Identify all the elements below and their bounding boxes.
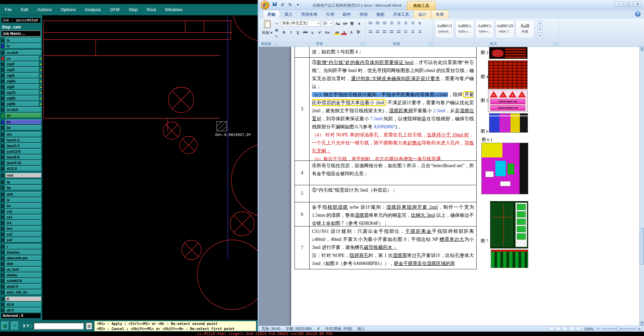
- layer-button-auto_chk_pn[interactable]: auto_chk_pn: [5, 290, 42, 295]
- print-layout-view-button[interactable]: [549, 327, 554, 331]
- layer-color-swatch[interactable]: [1, 181, 4, 184]
- tab-视图[interactable]: 视图: [372, 10, 389, 19]
- row-text-cell[interactable]: ⑤“内引线”线宽设计为 5mil（补偿后）；: [310, 185, 476, 202]
- style-标题[interactable]: AaB标题: [516, 20, 534, 38]
- layer-color-swatch[interactable]: [1, 103, 4, 106]
- layer-color-swatch[interactable]: [1, 167, 4, 171]
- layer-color-swatch[interactable]: [1, 245, 4, 249]
- layer-button-drill[interactable]: drill: [5, 192, 42, 197]
- menu-actions[interactable]: Actions: [37, 7, 52, 12]
- menu-options[interactable]: Options: [61, 7, 76, 12]
- layer-color-swatch[interactable]: [1, 268, 4, 271]
- layer-button-sig4t[interactable]: sig4t: [5, 73, 39, 78]
- layer-color-swatch[interactable]: [1, 80, 4, 83]
- font-dialog-launcher[interactable]: ↘: [361, 42, 364, 46]
- figure-6-image[interactable]: [489, 113, 528, 133]
- tab-审阅[interactable]: 审阅: [355, 10, 372, 19]
- layer-button-cs.etch[interactable]: cs.etch: [5, 50, 42, 55]
- layer-color-swatch[interactable]: [1, 227, 4, 230]
- layer-color-swatch[interactable]: [1, 85, 4, 89]
- layer-color-swatch[interactable]: [1, 144, 4, 148]
- layer-color-swatch[interactable]: [1, 257, 4, 260]
- grid-toggle-button[interactable]: ▦: [1, 322, 9, 330]
- crosshair-toggle-button[interactable]: +: [11, 322, 19, 330]
- scrollbar-thumb[interactable]: [640, 228, 644, 265]
- layer-color-swatch[interactable]: [1, 186, 4, 190]
- layer-button-dr1[interactable]: dr1: [5, 132, 42, 137]
- layer-button-laser2-3[interactable]: laser2-3: [5, 143, 42, 148]
- gallery-more-button[interactable]: ▼: [538, 33, 543, 39]
- maximize-button[interactable]: □: [624, 2, 633, 7]
- layer-button-cs1[interactable]: cs1: [5, 209, 42, 214]
- superscript-button[interactable]: x²: [317, 29, 323, 35]
- layer-button-sig3t[interactable]: sig3t: [5, 67, 39, 72]
- layer-color-swatch[interactable]: [1, 91, 4, 94]
- layer-button-sig6t[interactable]: sig6t: [5, 84, 39, 89]
- fullscreen-reading-view-button[interactable]: [556, 327, 561, 331]
- layer-button-sig9b[interactable]: sig9b: [5, 102, 39, 107]
- shrink-font-button[interactable]: A▾: [341, 20, 348, 26]
- layer-button-dwk[interactable]: dwk: [5, 261, 42, 266]
- show-marks-button[interactable]: ¶: [417, 20, 423, 26]
- layer-color-swatch[interactable]: [1, 221, 4, 225]
- layer-button-cs[interactable]: cs: [5, 56, 39, 61]
- save-button[interactable]: [272, 2, 277, 7]
- figure-5-image[interactable]: AAAA Select layer net Select board net: [488, 90, 528, 112]
- borders-button[interactable]: [417, 29, 423, 35]
- cam-canvas[interactable]: DX=-0.0024947,DY: [42, 15, 258, 320]
- layer-color-swatch[interactable]: [1, 233, 4, 236]
- clear-formatting-button[interactable]: A: [356, 20, 362, 26]
- layer-button-tp[interactable]: tp: [5, 180, 42, 185]
- sort-button[interactable]: [410, 20, 416, 26]
- layer-color-swatch[interactable]: [1, 204, 4, 208]
- layer-button-dwk2-9[interactable]: dwk2-9: [5, 284, 42, 289]
- layer-color-swatch[interactable]: [1, 45, 4, 48]
- tab-开始[interactable]: 开始: [263, 10, 280, 19]
- layer-button-dr12-9[interactable]: dr12-9: [5, 166, 42, 171]
- layer-color-swatch[interactable]: [1, 156, 4, 159]
- zoom-slider[interactable]: [601, 328, 636, 329]
- layer-color-swatch[interactable]: [1, 193, 4, 196]
- bullets-button[interactable]: [367, 20, 374, 26]
- layer-color-swatch[interactable]: [1, 210, 4, 213]
- row-text-cell[interactable]: ④所有引线拉完后，应做网络分析，如右图 5 所示，点击“SelectBoard …: [310, 161, 476, 185]
- layer-button-bs[interactable]: bs: [5, 120, 42, 125]
- web-layout-view-button[interactable]: [562, 327, 568, 331]
- underline-button[interactable]: U: [295, 29, 301, 35]
- word-count[interactable]: 字数: 28/20,989: [286, 326, 312, 331]
- character-border-button[interactable]: A: [348, 29, 354, 35]
- layer-color-swatch[interactable]: [1, 216, 4, 219]
- tab-布局[interactable]: 布局: [431, 10, 448, 19]
- tab-页面布局[interactable]: 页面布局: [297, 10, 322, 19]
- tab-邮件[interactable]: 邮件: [338, 10, 355, 19]
- figure-4-image[interactable]: [488, 60, 528, 89]
- help-button[interactable]: ?: [635, 11, 641, 17]
- clipboard-dialog-launcher[interactable]: ↘: [274, 42, 278, 46]
- menu-analysis[interactable]: Analysis: [85, 7, 101, 12]
- font-name-combo[interactable]: 宋体 (中文正文)▾: [281, 20, 320, 26]
- layer-button-d2-9[interactable]: d2-9: [5, 308, 42, 312]
- options-mini-button[interactable]: ▥: [86, 323, 92, 330]
- proofing-status-icon[interactable]: ✗: [317, 327, 320, 331]
- styles-dialog-launcher[interactable]: ↘: [554, 42, 558, 46]
- layer-button-dwkby[interactable]: dwkby: [5, 273, 42, 278]
- draft-view-button[interactable]: [576, 327, 581, 331]
- qat-dropdown-button[interactable]: ▾: [295, 2, 301, 7]
- close-button[interactable]: ×: [633, 2, 642, 7]
- justify-button[interactable]: [388, 29, 395, 35]
- change-case-button[interactable]: Aa: [324, 29, 330, 35]
- layer-color-swatch[interactable]: [1, 309, 4, 312]
- zoom-in-button[interactable]: +: [638, 327, 641, 331]
- distribute-button[interactable]: [395, 29, 402, 35]
- document-page[interactable]: 连，如右图 3 与右图 4；3③新增“内引线”处的板内导体间距需要保证 6mil…: [291, 47, 639, 326]
- tab-插入[interactable]: 插入: [280, 10, 297, 19]
- layer-color-swatch[interactable]: [1, 133, 4, 136]
- layer-color-swatch[interactable]: [1, 174, 4, 177]
- layer-color-swatch[interactable]: [1, 114, 4, 117]
- layer-color-swatch[interactable]: [1, 297, 4, 301]
- font-color-button[interactable]: A: [341, 29, 347, 35]
- layer-button-biaozhu[interactable]: biaozhu: [5, 250, 42, 255]
- paragraph-dialog-launcher[interactable]: ↘: [428, 42, 432, 46]
- style-Table T...[interactable]: AaBbCcDTable T...: [495, 20, 514, 38]
- layer-button-bp[interactable]: bp: [5, 185, 42, 190]
